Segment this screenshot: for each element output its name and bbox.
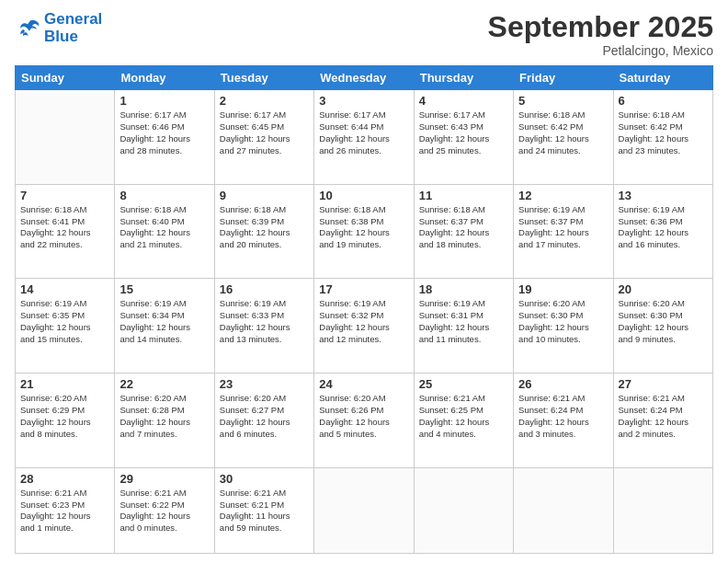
day-number: 17 <box>319 282 408 296</box>
day-number: 21 <box>20 377 109 391</box>
cell-daylight-info: Sunrise: 6:18 AM Sunset: 6:39 PM Dayligh… <box>220 204 309 251</box>
cell-daylight-info: Sunrise: 6:19 AM Sunset: 6:33 PM Dayligh… <box>220 298 309 345</box>
calendar-cell: 21Sunrise: 6:20 AM Sunset: 6:29 PM Dayli… <box>16 373 115 468</box>
day-number: 26 <box>518 377 608 391</box>
col-header-wednesday: Wednesday <box>314 66 414 90</box>
cell-daylight-info: Sunrise: 6:19 AM Sunset: 6:31 PM Dayligh… <box>419 298 508 345</box>
cell-daylight-info: Sunrise: 6:19 AM Sunset: 6:36 PM Dayligh… <box>619 204 708 251</box>
day-number: 29 <box>119 472 209 486</box>
cell-daylight-info: Sunrise: 6:18 AM Sunset: 6:38 PM Dayligh… <box>319 204 408 251</box>
cell-daylight-info: Sunrise: 6:20 AM Sunset: 6:29 PM Dayligh… <box>20 393 109 440</box>
calendar-cell: 9Sunrise: 6:18 AM Sunset: 6:39 PM Daylig… <box>214 184 313 279</box>
cell-daylight-info: Sunrise: 6:17 AM Sunset: 6:43 PM Dayligh… <box>419 109 508 156</box>
day-number: 5 <box>518 94 608 108</box>
logo-text-block: General Blue <box>44 11 102 45</box>
day-number: 7 <box>20 189 109 202</box>
calendar-cell: 3Sunrise: 6:17 AM Sunset: 6:44 PM Daylig… <box>314 90 414 185</box>
day-number: 24 <box>319 377 408 391</box>
cell-daylight-info: Sunrise: 6:19 AM Sunset: 6:32 PM Dayligh… <box>319 298 408 345</box>
day-number: 23 <box>220 377 309 391</box>
calendar-week-row: 28Sunrise: 6:21 AM Sunset: 6:23 PM Dayli… <box>16 467 713 553</box>
calendar-cell: 22Sunrise: 6:20 AM Sunset: 6:28 PM Dayli… <box>115 373 214 468</box>
day-number: 2 <box>220 94 309 108</box>
day-number: 12 <box>518 189 608 202</box>
day-number: 19 <box>518 282 608 296</box>
calendar-header-row: SundayMondayTuesdayWednesdayThursdayFrid… <box>16 66 713 90</box>
month-title: September 2025 <box>488 11 713 43</box>
day-number: 27 <box>619 377 708 391</box>
col-header-tuesday: Tuesday <box>214 66 313 90</box>
day-number: 11 <box>419 189 508 202</box>
calendar-week-row: 21Sunrise: 6:20 AM Sunset: 6:29 PM Dayli… <box>16 373 713 468</box>
cell-daylight-info: Sunrise: 6:18 AM Sunset: 6:40 PM Dayligh… <box>119 204 209 251</box>
cell-daylight-info: Sunrise: 6:18 AM Sunset: 6:42 PM Dayligh… <box>518 109 608 156</box>
calendar-cell: 10Sunrise: 6:18 AM Sunset: 6:38 PM Dayli… <box>314 184 414 279</box>
cell-daylight-info: Sunrise: 6:17 AM Sunset: 6:45 PM Dayligh… <box>220 109 309 156</box>
cell-daylight-info: Sunrise: 6:20 AM Sunset: 6:30 PM Dayligh… <box>518 298 608 345</box>
cell-daylight-info: Sunrise: 6:19 AM Sunset: 6:37 PM Dayligh… <box>518 204 608 251</box>
calendar-cell: 12Sunrise: 6:19 AM Sunset: 6:37 PM Dayli… <box>514 184 613 279</box>
day-number: 16 <box>220 282 309 296</box>
calendar-cell: 7Sunrise: 6:18 AM Sunset: 6:41 PM Daylig… <box>16 184 115 279</box>
cell-daylight-info: Sunrise: 6:18 AM Sunset: 6:37 PM Dayligh… <box>419 204 508 251</box>
header: General Blue September 2025 Petlalcingo,… <box>15 11 713 58</box>
cell-daylight-info: Sunrise: 6:20 AM Sunset: 6:26 PM Dayligh… <box>319 393 408 440</box>
calendar-cell <box>414 467 513 553</box>
calendar-cell: 8Sunrise: 6:18 AM Sunset: 6:40 PM Daylig… <box>115 184 214 279</box>
logo: General Blue <box>15 11 102 45</box>
col-header-monday: Monday <box>115 66 214 90</box>
calendar-cell: 24Sunrise: 6:20 AM Sunset: 6:26 PM Dayli… <box>314 373 414 468</box>
calendar-week-row: 14Sunrise: 6:19 AM Sunset: 6:35 PM Dayli… <box>16 279 713 373</box>
day-number: 18 <box>419 282 508 296</box>
calendar-week-row: 1Sunrise: 6:17 AM Sunset: 6:46 PM Daylig… <box>16 90 713 185</box>
calendar-cell: 2Sunrise: 6:17 AM Sunset: 6:45 PM Daylig… <box>214 90 313 185</box>
cell-daylight-info: Sunrise: 6:21 AM Sunset: 6:25 PM Dayligh… <box>419 393 508 440</box>
calendar-cell: 5Sunrise: 6:18 AM Sunset: 6:42 PM Daylig… <box>514 90 613 185</box>
col-header-sunday: Sunday <box>16 66 115 90</box>
calendar-cell: 16Sunrise: 6:19 AM Sunset: 6:33 PM Dayli… <box>214 279 313 373</box>
day-number: 25 <box>419 377 508 391</box>
calendar-cell: 6Sunrise: 6:18 AM Sunset: 6:42 PM Daylig… <box>613 90 712 185</box>
calendar-cell: 26Sunrise: 6:21 AM Sunset: 6:24 PM Dayli… <box>514 373 613 468</box>
cell-daylight-info: Sunrise: 6:21 AM Sunset: 6:22 PM Dayligh… <box>119 488 209 534</box>
day-number: 1 <box>119 94 209 108</box>
page: General Blue September 2025 Petlalcingo,… <box>0 0 728 563</box>
col-header-thursday: Thursday <box>414 66 513 90</box>
day-number: 4 <box>419 94 508 108</box>
logo-bird-icon <box>15 17 40 40</box>
cell-daylight-info: Sunrise: 6:18 AM Sunset: 6:41 PM Dayligh… <box>20 204 109 251</box>
calendar-cell: 15Sunrise: 6:19 AM Sunset: 6:34 PM Dayli… <box>115 279 214 373</box>
calendar-cell: 20Sunrise: 6:20 AM Sunset: 6:30 PM Dayli… <box>613 279 712 373</box>
calendar-week-row: 7Sunrise: 6:18 AM Sunset: 6:41 PM Daylig… <box>16 184 713 279</box>
day-number: 14 <box>20 282 109 296</box>
cell-daylight-info: Sunrise: 6:21 AM Sunset: 6:24 PM Dayligh… <box>518 393 608 440</box>
calendar-cell <box>314 467 414 553</box>
cell-daylight-info: Sunrise: 6:20 AM Sunset: 6:30 PM Dayligh… <box>619 298 708 345</box>
day-number: 3 <box>319 94 408 108</box>
cell-daylight-info: Sunrise: 6:20 AM Sunset: 6:27 PM Dayligh… <box>220 393 309 440</box>
calendar-cell: 17Sunrise: 6:19 AM Sunset: 6:32 PM Dayli… <box>314 279 414 373</box>
calendar-cell: 13Sunrise: 6:19 AM Sunset: 6:36 PM Dayli… <box>613 184 712 279</box>
calendar-cell: 14Sunrise: 6:19 AM Sunset: 6:35 PM Dayli… <box>16 279 115 373</box>
cell-daylight-info: Sunrise: 6:17 AM Sunset: 6:44 PM Dayligh… <box>319 109 408 156</box>
day-number: 28 <box>20 472 109 486</box>
day-number: 8 <box>119 189 209 202</box>
calendar-cell: 29Sunrise: 6:21 AM Sunset: 6:22 PM Dayli… <box>115 467 214 553</box>
calendar-cell: 25Sunrise: 6:21 AM Sunset: 6:25 PM Dayli… <box>414 373 513 468</box>
calendar-cell: 23Sunrise: 6:20 AM Sunset: 6:27 PM Dayli… <box>214 373 313 468</box>
col-header-saturday: Saturday <box>613 66 712 90</box>
calendar-cell: 27Sunrise: 6:21 AM Sunset: 6:24 PM Dayli… <box>613 373 712 468</box>
cell-daylight-info: Sunrise: 6:20 AM Sunset: 6:28 PM Dayligh… <box>119 393 209 440</box>
calendar-cell: 1Sunrise: 6:17 AM Sunset: 6:46 PM Daylig… <box>115 90 214 185</box>
day-number: 6 <box>619 94 708 108</box>
cell-daylight-info: Sunrise: 6:21 AM Sunset: 6:21 PM Dayligh… <box>220 488 309 534</box>
calendar-cell: 28Sunrise: 6:21 AM Sunset: 6:23 PM Dayli… <box>16 467 115 553</box>
cell-daylight-info: Sunrise: 6:19 AM Sunset: 6:34 PM Dayligh… <box>119 298 209 345</box>
calendar-cell <box>16 90 115 185</box>
day-number: 20 <box>619 282 708 296</box>
calendar-cell: 4Sunrise: 6:17 AM Sunset: 6:43 PM Daylig… <box>414 90 513 185</box>
location: Petlalcingo, Mexico <box>488 43 713 58</box>
logo-line1: General <box>44 11 102 29</box>
title-block: September 2025 Petlalcingo, Mexico <box>488 11 713 58</box>
cell-daylight-info: Sunrise: 6:21 AM Sunset: 6:23 PM Dayligh… <box>20 488 109 534</box>
